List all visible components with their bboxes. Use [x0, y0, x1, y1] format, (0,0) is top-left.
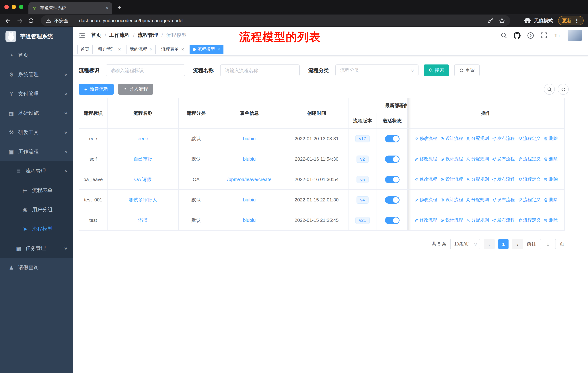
action-edit-link[interactable]: 修改流程 — [414, 197, 437, 203]
process-category-select[interactable]: 流程分类 ∨ — [335, 64, 419, 76]
active-toggle[interactable] — [385, 135, 399, 142]
sidebar-item-process-model[interactable]: ➤流程模型 — [0, 219, 73, 239]
next-page-button[interactable]: › — [512, 239, 523, 249]
search-button[interactable]: 搜索 — [424, 64, 449, 76]
action-publish-link[interactable]: 发布流程 — [492, 135, 515, 142]
action-definition-link[interactable]: 流程定义 — [518, 176, 541, 182]
tagsview-tab[interactable]: 首页 — [77, 45, 93, 54]
kebab-menu-icon[interactable]: ⋮ — [574, 17, 580, 24]
sidebar-item-workflow[interactable]: ▣工作流程∧ — [0, 142, 73, 161]
show-search-circle-button[interactable] — [544, 84, 555, 95]
help-icon[interactable]: ? — [527, 32, 534, 39]
action-delete-link[interactable]: 删除 — [544, 197, 558, 203]
action-definition-link[interactable]: 流程定义 — [518, 135, 541, 142]
action-definition-link[interactable]: 流程定义 — [518, 156, 541, 162]
password-key-icon[interactable] — [487, 17, 494, 24]
tagsview-tab[interactable]: 我的流程× — [126, 45, 156, 54]
tagsview-tab[interactable]: 流程模型× — [189, 45, 224, 54]
form-info-link[interactable]: biubiu — [243, 217, 256, 223]
close-icon[interactable]: × — [150, 47, 152, 52]
refresh-circle-button[interactable] — [558, 84, 569, 95]
reset-button[interactable]: 重置 — [454, 64, 480, 76]
tagsview-tab[interactable]: 流程表单× — [158, 45, 187, 54]
user-avatar[interactable] — [567, 30, 582, 41]
active-toggle[interactable] — [385, 196, 399, 203]
action-assign-rule-link[interactable]: 分配规则 — [466, 156, 489, 162]
action-delete-link[interactable]: 删除 — [544, 217, 558, 223]
github-icon[interactable] — [514, 32, 521, 39]
action-assign-rule-link[interactable]: 分配规则 — [466, 217, 489, 223]
process-name-link[interactable]: eeee — [138, 136, 148, 141]
action-publish-link[interactable]: 发布流程 — [492, 197, 515, 203]
form-info-link[interactable]: biubiu — [243, 136, 256, 141]
sidebar-item-process-management[interactable]: ≣流程管理∧ — [0, 161, 73, 181]
process-name-link[interactable]: 自己审批 — [133, 156, 152, 161]
prev-page-button[interactable]: ‹ — [484, 239, 495, 249]
process-name-input[interactable] — [220, 64, 300, 76]
action-design-link[interactable]: 设计流程 — [440, 176, 463, 182]
search-icon[interactable] — [501, 32, 507, 39]
action-edit-link[interactable]: 修改流程 — [414, 217, 437, 223]
form-info-link[interactable]: biubiu — [243, 156, 256, 162]
hamburger-fold-icon[interactable] — [79, 32, 85, 39]
active-toggle[interactable] — [385, 217, 399, 224]
breadcrumb-item[interactable]: 流程管理 — [138, 32, 158, 39]
action-delete-link[interactable]: 删除 — [544, 176, 558, 182]
goto-page-input[interactable] — [540, 239, 556, 249]
page-size-select[interactable]: 10条/页 ∨ — [450, 239, 480, 249]
action-delete-link[interactable]: 删除 — [544, 135, 558, 142]
process-name-link[interactable]: 测试多审批人 — [129, 197, 157, 202]
tab-close-icon[interactable]: × — [106, 5, 109, 11]
action-publish-link[interactable]: 发布流程 — [492, 176, 515, 182]
close-window-button[interactable] — [4, 5, 9, 9]
bookmark-star-icon[interactable] — [499, 17, 505, 24]
action-assign-rule-link[interactable]: 分配规则 — [466, 197, 489, 203]
breadcrumb-item[interactable]: 工作流程 — [109, 32, 130, 39]
close-icon[interactable]: × — [181, 47, 184, 52]
minimize-window-button[interactable] — [12, 5, 16, 9]
address-bar[interactable]: 不安全 dashboard.yudao.iocoder.cn/bpm/manag… — [41, 15, 510, 26]
action-definition-link[interactable]: 流程定义 — [518, 217, 541, 223]
page-number-button[interactable]: 1 — [498, 239, 509, 249]
sidebar-item-home[interactable]: ◔首页 — [0, 46, 73, 65]
sidebar-item-user-group[interactable]: ◉用户分组 — [0, 200, 73, 219]
action-design-link[interactable]: 设计流程 — [440, 135, 463, 142]
tagsview-tab[interactable]: 租户管理× — [95, 45, 124, 54]
active-toggle[interactable] — [385, 155, 399, 163]
font-size-icon[interactable]: TT — [554, 32, 561, 39]
close-icon[interactable]: × — [218, 47, 220, 52]
chrome-update-button[interactable]: 更新 ⋮ — [558, 16, 584, 25]
action-design-link[interactable]: 设计流程 — [440, 217, 463, 223]
sidebar-item-payment[interactable]: ¥支付管理∨ — [0, 84, 73, 103]
action-edit-link[interactable]: 修改流程 — [414, 135, 437, 142]
process-key-input[interactable] — [106, 64, 185, 76]
action-design-link[interactable]: 设计流程 — [440, 197, 463, 203]
active-toggle[interactable] — [385, 176, 399, 183]
breadcrumb-item[interactable]: 首页 — [91, 32, 101, 39]
sidebar-item-task-management[interactable]: ▩任务管理∨ — [0, 239, 73, 258]
action-edit-link[interactable]: 修改流程 — [414, 156, 437, 162]
create-process-button[interactable]: 新建流程 — [79, 84, 114, 95]
action-assign-rule-link[interactable]: 分配规则 — [466, 176, 489, 182]
action-publish-link[interactable]: 发布流程 — [492, 156, 515, 162]
action-design-link[interactable]: 设计流程 — [440, 156, 463, 162]
fullscreen-icon[interactable] — [541, 32, 547, 39]
zoom-window-button[interactable] — [19, 5, 23, 9]
process-name-link[interactable]: 滔博 — [138, 217, 148, 223]
browser-tab[interactable]: 芋道管理系统 × — [28, 2, 112, 14]
form-info-link[interactable]: /bpm/oa/leave/create — [227, 177, 272, 182]
process-name-link[interactable]: OA 请假 — [134, 176, 151, 182]
reload-icon[interactable] — [28, 17, 34, 24]
sidebar-item-leave-query[interactable]: ♟请假查询 — [0, 258, 73, 277]
action-assign-rule-link[interactable]: 分配规则 — [466, 135, 489, 142]
close-icon[interactable]: × — [118, 47, 121, 52]
action-definition-link[interactable]: 流程定义 — [518, 197, 541, 203]
import-process-button[interactable]: 导入流程 — [118, 84, 153, 95]
back-icon[interactable] — [4, 17, 12, 24]
form-info-link[interactable]: biubiu — [243, 197, 256, 202]
action-publish-link[interactable]: 发布流程 — [492, 217, 515, 223]
action-edit-link[interactable]: 修改流程 — [414, 176, 437, 182]
sidebar-item-system[interactable]: ⚙系统管理∨ — [0, 65, 73, 84]
new-tab-button[interactable]: + — [117, 2, 121, 13]
sidebar-item-process-form[interactable]: ▤流程表单 — [0, 181, 73, 200]
